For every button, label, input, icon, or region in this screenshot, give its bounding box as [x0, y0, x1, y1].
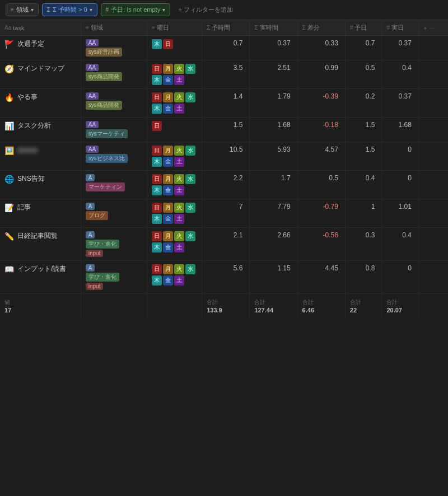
extra-tag[interactable]: 学び・進化 — [86, 240, 119, 249]
task-icon: ✏️ — [4, 232, 14, 241]
table-header: Aa task ≡ 領域 ≡ 曜日 — [0, 20, 448, 36]
planned-cell: 2.2 — [202, 171, 250, 199]
task-name[interactable]: SNS告知 — [17, 174, 45, 184]
col-actual[interactable]: Σ 実時間 — [250, 20, 297, 36]
planned-cell: 7 — [202, 199, 250, 228]
actual-cell: 5.93 — [250, 142, 297, 171]
planned_n-cell: 0.3 — [345, 228, 382, 261]
task-cell-row3: 🔥やる事 — [0, 89, 81, 118]
extra-tag[interactable]: ブログ — [86, 211, 108, 220]
task-cell-row7: 📝記事 — [0, 199, 81, 228]
col-planned[interactable]: Σ 予時間 — [202, 20, 250, 36]
extra-tag[interactable]: 学び・進化 — [86, 273, 119, 282]
col-planned-n[interactable]: # 予日 — [345, 20, 382, 36]
domain-tag[interactable]: A — [86, 231, 95, 238]
row-actions — [418, 118, 448, 142]
day-badge: 金 — [163, 157, 173, 167]
extra-tag[interactable]: sysビジネス比 — [86, 154, 128, 163]
domain-tag[interactable]: AA — [86, 39, 99, 46]
planned-cell: 0.7 — [202, 36, 250, 60]
extra-tag[interactable]: sys商品開発 — [86, 101, 122, 110]
day-badge: 金 — [163, 214, 173, 224]
diff-cell: -0.18 — [297, 118, 345, 142]
day-badge: 木 — [152, 275, 162, 286]
filter-planned-time[interactable]: Σ Σ 予時間 > 0 ▾ — [42, 3, 97, 16]
task-name[interactable]: マインドマップ — [17, 64, 64, 73]
row-actions — [418, 261, 448, 294]
col-domain[interactable]: ≡ 領域 — [81, 20, 147, 36]
day-cell: 日月火水木金土 — [147, 199, 202, 228]
task-icon: 🌐 — [4, 175, 14, 184]
extra-tag[interactable]: sysマーケティ — [86, 129, 128, 138]
diff-cell: -0.79 — [297, 199, 345, 228]
filter-scheduled[interactable]: # 予日: Is not empty ▾ — [101, 3, 171, 16]
domain-tag[interactable]: A — [86, 203, 95, 210]
day-badge: 水 — [185, 231, 195, 241]
col-day[interactable]: ≡ 曜日 — [147, 20, 202, 36]
extra-tag[interactable]: マーケティン — [86, 183, 125, 191]
task-name[interactable]: 記事 — [17, 203, 31, 212]
row-actions — [418, 199, 448, 228]
plus-icon[interactable]: + — [423, 25, 427, 31]
actual_n-cell: 0.4 — [382, 228, 419, 261]
col-task[interactable]: Aa task — [0, 20, 81, 36]
footer-row: 値 17 合計 133.9 合計 127.44 — [0, 294, 448, 319]
diff-cell: -0.39 — [297, 89, 345, 118]
actual_n-cell: 0.37 — [382, 36, 419, 60]
task-cell-row8: ✏️日経記事閲覧 — [0, 228, 81, 261]
task-name[interactable]: インプット/読書 — [17, 264, 66, 274]
day-badge: 金 — [163, 242, 173, 252]
table-row: ✏️日経記事閲覧A学び・進化input日月火水木金土2.12.66-0.560.… — [0, 228, 448, 261]
domain-cell: Aマーケティン — [81, 171, 147, 199]
domain-tag[interactable]: A — [86, 174, 95, 181]
task-icon: 🔥 — [4, 93, 14, 102]
task-name[interactable]: やる事 — [17, 92, 38, 102]
actual_n-cell: 1.68 — [382, 118, 419, 142]
hash-icon: # — [386, 25, 390, 31]
domain-tag[interactable]: AA — [86, 92, 99, 100]
domain-cell: Aブログ — [81, 199, 147, 228]
day-badge: 土 — [174, 275, 184, 286]
day-badge: 木 — [152, 185, 162, 195]
domain-tag[interactable]: A — [86, 264, 95, 272]
day-badge: 月 — [163, 174, 173, 184]
domain-tag[interactable]: AA — [86, 146, 99, 153]
actual_n-cell: 0 — [382, 261, 419, 294]
actual-cell: 1.15 — [250, 261, 297, 294]
table-row: 📝記事Aブログ日月火水木金土77.79-0.7911.01 — [0, 199, 448, 228]
extra-tag[interactable]: sys商品開発 — [86, 72, 122, 81]
extra-tag[interactable]: input — [86, 283, 104, 290]
day-badge: 土 — [174, 104, 184, 114]
domain-tag[interactable]: AA — [86, 121, 99, 128]
task-name[interactable]: タスク分析 — [17, 121, 51, 130]
extra-tag[interactable]: input — [86, 250, 104, 257]
add-filter-button[interactable]: + フィルターを追加 — [174, 4, 237, 16]
diff-cell: 4.57 — [297, 142, 345, 171]
col-diff[interactable]: Σ 差分 — [297, 20, 345, 36]
more-icon[interactable]: ··· — [429, 25, 434, 31]
day-cell: 日月火水木金土 — [147, 228, 202, 261]
row-actions — [418, 228, 448, 261]
actual-cell: 2.51 — [250, 60, 297, 89]
day-badge: 水 — [185, 64, 195, 74]
filter-domain[interactable]: ≡ 領域 ▾ — [6, 3, 39, 16]
planned_n-cell: 0.8 — [345, 261, 382, 294]
col-actual-n[interactable]: # 実日 — [382, 20, 419, 36]
day-badge: 月 — [163, 264, 173, 274]
extra-tag[interactable]: sys経営計画 — [86, 48, 122, 57]
planned-cell: 5.6 — [202, 261, 250, 294]
planned_n-cell: 0.4 — [345, 171, 382, 199]
task-name[interactable]: 日経記事閲覧 — [17, 231, 58, 241]
day-cell: 日 — [147, 118, 202, 142]
row-actions — [418, 142, 448, 171]
task-name[interactable]: ●●●●● — [17, 146, 38, 155]
day-cell: 木日 — [147, 36, 202, 60]
day-badge: 土 — [174, 185, 184, 195]
diff-cell: 0.5 — [297, 171, 345, 199]
day-badge: 火 — [174, 264, 184, 274]
task-name[interactable]: 次週予定 — [17, 39, 44, 49]
domain-tag[interactable]: AA — [86, 64, 99, 71]
chevron-icon: ▾ — [162, 7, 165, 13]
planned-cell: 3.5 — [202, 60, 250, 89]
task-cell-row2: 🧭マインドマップ — [0, 60, 81, 89]
